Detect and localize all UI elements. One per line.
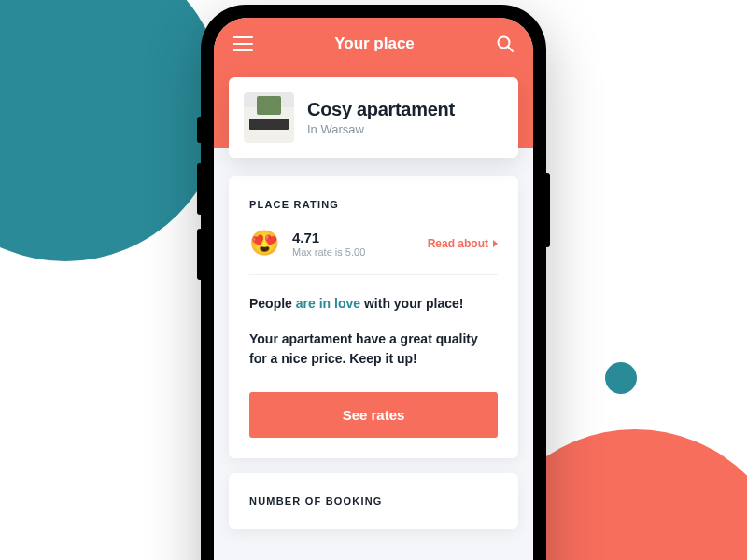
phone-power-button — [546, 173, 550, 247]
phone-volume-down — [197, 229, 201, 280]
desc-line-2: Your apartament have a great quality for… — [249, 329, 498, 370]
background-circle-large-teal — [0, 0, 224, 261]
search-icon[interactable] — [496, 35, 514, 53]
desc-highlight: are in love — [296, 296, 360, 311]
page-title: Your place — [334, 35, 415, 53]
phone-screen: Your place Cosy apartament In Warsaw PLA… — [214, 18, 533, 560]
read-about-label: Read about — [428, 237, 488, 250]
svg-line-1 — [509, 48, 514, 52]
rating-max-text: Max rate is 5.00 — [292, 246, 365, 258]
place-thumbnail — [244, 92, 294, 143]
desc-prefix: People — [249, 296, 296, 311]
rating-card: PLACE RATING 😍 4.71 Max rate is 5.00 Rea… — [229, 176, 518, 458]
see-rates-button[interactable]: See rates — [249, 392, 498, 438]
menu-icon[interactable] — [233, 36, 253, 51]
place-name: Cosy apartament — [307, 99, 455, 120]
phone-mute-switch — [197, 117, 201, 143]
svg-point-0 — [499, 37, 510, 49]
read-about-link[interactable]: Read about — [428, 237, 498, 250]
phone-frame: Your place Cosy apartament In Warsaw PLA… — [201, 5, 546, 560]
rating-summary-row: 😍 4.71 Max rate is 5.00 Read about — [249, 229, 498, 275]
background-circle-small-teal — [605, 362, 637, 394]
booking-section-label: NUMBER OF BOOKING — [249, 496, 498, 507]
booking-card: NUMBER OF BOOKING — [229, 473, 518, 529]
rating-value: 4.71 — [292, 230, 365, 245]
desc-suffix: with your place! — [360, 296, 463, 311]
rating-section-label: PLACE RATING — [249, 199, 498, 210]
phone-volume-up — [197, 163, 201, 215]
place-title-card[interactable]: Cosy apartament In Warsaw — [229, 77, 518, 158]
heart-eyes-emoji-icon: 😍 — [249, 229, 279, 258]
rating-description: People are in love with your place! Your… — [249, 294, 498, 370]
place-location: In Warsaw — [307, 122, 455, 136]
content-area: PLACE RATING 😍 4.71 Max rate is 5.00 Rea… — [214, 148, 533, 560]
